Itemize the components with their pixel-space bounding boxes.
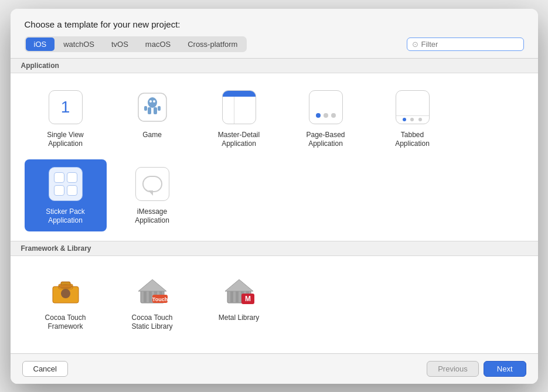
svg-point-1 <box>148 97 157 108</box>
template-sticker-pack[interactable]: Sticker PackApplication <box>25 159 107 231</box>
template-name-imessage: iMessageApplication <box>135 207 169 226</box>
page-based-icon <box>307 88 345 126</box>
new-project-dialog: Choose a template for your new project: … <box>11 9 538 384</box>
svg-text:M: M <box>245 295 251 303</box>
svg-text:Touch: Touch <box>152 296 167 302</box>
svg-marker-23 <box>225 279 253 291</box>
next-button[interactable]: Next <box>484 361 526 377</box>
svg-rect-2 <box>148 107 151 114</box>
filter-input[interactable] <box>421 40 519 49</box>
cocoa-framework-icon <box>47 271 84 309</box>
tab-tvos[interactable]: tvOS <box>103 38 137 51</box>
template-tabbed[interactable]: TabbedApplication <box>372 83 454 155</box>
master-detail-icon <box>220 88 258 126</box>
sticker-icon <box>47 165 84 203</box>
cocoa-static-icon: Touch <box>134 271 171 309</box>
svg-rect-5 <box>158 106 161 111</box>
svg-point-7 <box>153 100 155 103</box>
imessage-icon <box>134 165 171 203</box>
svg-rect-17 <box>149 291 152 303</box>
template-name-master-detail: Master-DetailApplication <box>218 131 260 149</box>
template-single-view[interactable]: 1 Single ViewApplication <box>25 83 107 155</box>
tab-bar: iOS watchOS tvOS macOS Cross-platform ⊙ <box>25 36 524 52</box>
dialog-header: Choose a template for your new project: … <box>11 9 538 58</box>
svg-rect-16 <box>144 291 147 303</box>
template-name-cocoa-framework: Cocoa TouchFramework <box>45 313 86 332</box>
game-icon <box>134 88 171 126</box>
dialog-footer: Cancel Previous Next <box>11 354 538 384</box>
previous-button[interactable]: Previous <box>427 361 479 377</box>
template-page-based[interactable]: Page-BasedApplication <box>285 83 367 155</box>
tab-ios[interactable]: iOS <box>26 38 55 51</box>
svg-rect-12 <box>60 285 72 287</box>
svg-rect-4 <box>144 106 147 111</box>
application-templates-grid: 1 Single ViewApplication <box>11 73 538 241</box>
template-name-tabbed: TabbedApplication <box>395 131 430 149</box>
template-name-single-view: Single ViewApplication <box>47 131 83 149</box>
template-name-cocoa-static: Cocoa TouchStatic Library <box>131 313 172 332</box>
section-header-framework: Framework & Library <box>11 241 538 256</box>
platform-tabs: iOS watchOS tvOS macOS Cross-platform <box>25 36 247 52</box>
template-cocoa-framework[interactable]: Cocoa TouchFramework <box>25 265 107 338</box>
template-cocoa-static[interactable]: Touch Cocoa TouchStatic Library <box>111 265 193 338</box>
section-header-application: Application <box>11 59 538 73</box>
template-metal-library[interactable]: M Metal Library <box>198 265 280 338</box>
template-game[interactable]: Game <box>111 83 193 155</box>
template-name-page-based: Page-BasedApplication <box>306 131 345 149</box>
template-name-game: Game <box>142 131 162 140</box>
template-imessage[interactable]: iMessageApplication <box>111 159 193 231</box>
svg-rect-25 <box>236 291 239 303</box>
tab-watchos[interactable]: watchOS <box>55 38 103 51</box>
single-view-icon: 1 <box>47 88 84 126</box>
svg-rect-24 <box>230 291 233 303</box>
tab-cross-platform[interactable]: Cross-platform <box>179 38 246 51</box>
svg-marker-15 <box>138 279 166 291</box>
svg-rect-3 <box>154 107 157 114</box>
filter-icon: ⊙ <box>412 40 418 49</box>
tab-macos[interactable]: macOS <box>137 38 179 51</box>
template-name-metal-library: Metal Library <box>219 313 259 323</box>
dialog-body: Application 1 Single ViewApplication <box>11 58 538 354</box>
filter-box: ⊙ <box>407 38 524 51</box>
template-master-detail[interactable]: Master-DetailApplication <box>198 83 280 155</box>
tabbed-icon <box>394 88 431 126</box>
cancel-button[interactable]: Cancel <box>22 361 68 377</box>
template-name-sticker-pack: Sticker PackApplication <box>46 207 85 226</box>
metal-library-icon: M <box>220 271 258 309</box>
dialog-title: Choose a template for your new project: <box>25 19 524 29</box>
svg-point-13 <box>61 289 70 298</box>
svg-point-6 <box>149 100 152 103</box>
framework-templates-grid: Cocoa TouchFramework <box>11 256 538 347</box>
